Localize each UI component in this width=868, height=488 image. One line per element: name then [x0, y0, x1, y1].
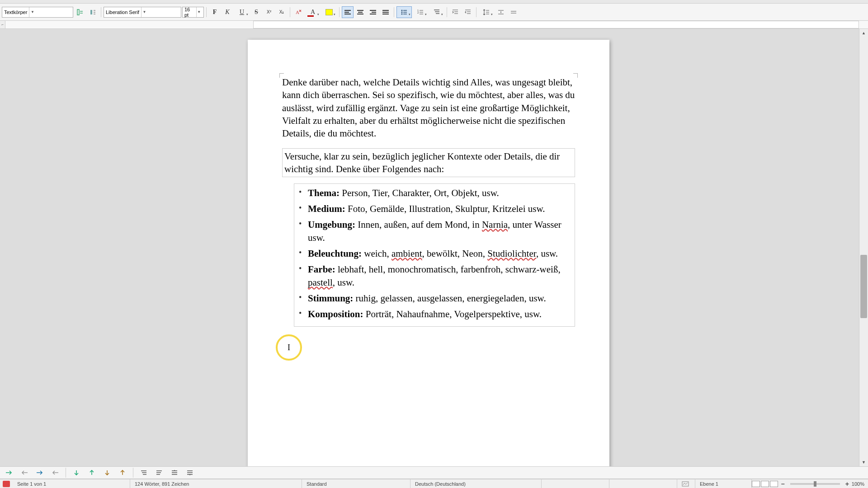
promote-button[interactable]: [137, 468, 150, 478]
numbered-list-button[interactable]: 12: [413, 6, 428, 18]
italic-button[interactable]: K: [222, 6, 233, 18]
font-name-value: Liberation Serif: [106, 9, 139, 15]
nav-up-button[interactable]: [85, 468, 98, 478]
list-item: Medium: Foto, Gemälde, Illustration, Sku…: [299, 202, 571, 216]
list-item: Beleuchtung: weich, ambient, bewölkt, Ne…: [299, 247, 571, 260]
align-justify-button[interactable]: [380, 6, 392, 18]
nav-page-down-button[interactable]: [101, 468, 113, 478]
decrease-indent-button[interactable]: [462, 6, 474, 18]
nav-page-up-button[interactable]: [116, 468, 129, 478]
scroll-down-button[interactable]: ▼: [859, 458, 868, 466]
margin-marker-tr: [573, 73, 578, 78]
increase-spacing-button[interactable]: [495, 6, 507, 18]
align-left-icon: [344, 9, 351, 15]
cursor-caret: I: [288, 343, 290, 352]
list-item: Umgebung: Innen, außen, auf dem Mond, in…: [299, 218, 571, 244]
list-item: Stimmung: ruhig, gelassen, ausgelassen, …: [299, 292, 571, 305]
svg-point-3: [401, 13, 403, 14]
bullet-list-button[interactable]: [396, 6, 412, 18]
line-spacing-button[interactable]: [479, 6, 494, 18]
clear-formatting-button[interactable]: A: [292, 6, 304, 18]
document-page[interactable]: Denke darüber nach, welche Details wicht…: [248, 40, 609, 466]
align-right-button[interactable]: [367, 6, 379, 18]
font-size-combo[interactable]: 16 pt ▼: [182, 7, 204, 18]
nav-forward-button[interactable]: [3, 468, 15, 478]
ruler-scale: [253, 21, 859, 28]
book-view-button[interactable]: [770, 481, 778, 487]
nav-link-back-button[interactable]: [49, 468, 61, 478]
formatting-toolbar: Textkörper ▼ Liberation Serif ▼ 16 pt ▼ …: [0, 4, 868, 21]
decrease-spacing-button[interactable]: [508, 6, 519, 18]
bullet-list[interactable]: Thema: Person, Tier, Charakter, Ort, Obj…: [294, 183, 575, 327]
margin-marker-tl: [279, 73, 284, 78]
view-mode-buttons[interactable]: [752, 481, 778, 487]
page-info-cell[interactable]: Seite 1 von 1: [13, 479, 130, 488]
paragraph-style-value: Textkörper: [4, 9, 27, 15]
svg-point-1: [401, 9, 403, 11]
underline-button[interactable]: U: [234, 6, 250, 18]
font-name-combo[interactable]: Liberation Serif ▼: [104, 7, 181, 18]
text-cursor-highlight: I: [276, 334, 302, 361]
insert-mode-cell[interactable]: [542, 479, 609, 488]
single-page-view-button[interactable]: [752, 481, 760, 487]
align-right-icon: [370, 9, 376, 15]
signature-cell[interactable]: [677, 479, 695, 488]
increase-indent-button[interactable]: [449, 6, 461, 18]
language-cell[interactable]: Deutsch (Deutschland): [410, 479, 542, 488]
svg-point-2: [401, 11, 403, 13]
horizontal-ruler[interactable]: ⌐: [0, 21, 868, 29]
nav-down-button[interactable]: [70, 468, 83, 478]
align-justify-icon: [382, 9, 389, 15]
list-item: Komposition: Porträt, Nahaufnahme, Vogel…: [299, 308, 571, 321]
bold-button[interactable]: F: [209, 6, 221, 18]
scrollbar-thumb[interactable]: [860, 255, 867, 318]
chevron-down-icon: ▼: [29, 7, 35, 17]
list-item: Farbe: lebhaft, hell, monochromatisch, f…: [299, 263, 571, 289]
align-center-icon: [357, 9, 363, 15]
paragraph-style-combo[interactable]: Textkörper ▼: [2, 7, 73, 18]
font-color-button[interactable]: A: [305, 6, 321, 18]
strikethrough-button[interactable]: S: [250, 6, 262, 18]
superscript-button[interactable]: X²: [263, 6, 275, 18]
chevron-down-icon: ▼: [141, 7, 147, 17]
zoom-value[interactable]: 100%: [852, 481, 864, 487]
scroll-up-button[interactable]: ▲: [859, 29, 868, 37]
svg-text:A: A: [296, 9, 299, 15]
svg-text:2: 2: [417, 11, 419, 14]
chevron-down-icon: ▼: [196, 7, 202, 17]
ruler-corner: ⌐: [0, 21, 5, 28]
selection-mode-cell[interactable]: [609, 479, 677, 488]
highlight-swatch: [326, 9, 333, 15]
page-style-cell[interactable]: Standard: [302, 479, 410, 488]
font-size-value: 16 pt: [184, 7, 194, 18]
outline-list-button[interactable]: [429, 6, 444, 18]
zoom-slider[interactable]: [790, 483, 840, 485]
update-style-button[interactable]: [74, 6, 86, 18]
font-color-swatch: [307, 15, 314, 17]
save-status-icon[interactable]: [3, 481, 10, 487]
align-center-button[interactable]: [354, 6, 366, 18]
list-item: Thema: Person, Tier, Charakter, Ort, Obj…: [299, 187, 571, 200]
status-bar: Seite 1 von 1 124 Wörter, 891 Zeichen St…: [0, 479, 868, 488]
zoom-out-button[interactable]: −: [781, 480, 784, 488]
body-paragraph-1[interactable]: Denke darüber nach, welche Details wicht…: [282, 76, 575, 140]
vertical-scrollbar[interactable]: ▲ ▼: [859, 29, 868, 466]
body-paragraph-2[interactable]: Versuche, klar zu sein, bezüglich jeglic…: [282, 148, 575, 178]
highlight-color-button[interactable]: [321, 6, 337, 18]
demote-button[interactable]: [153, 468, 165, 478]
nav-link-forward-button[interactable]: [33, 468, 46, 478]
align-left-button[interactable]: [342, 6, 354, 18]
new-style-button[interactable]: [87, 6, 99, 18]
document-viewport[interactable]: Denke darüber nach, welche Details wicht…: [0, 29, 859, 466]
navigation-toolbar: [0, 466, 868, 479]
zoom-in-button[interactable]: +: [845, 480, 849, 488]
word-count-cell[interactable]: 124 Wörter, 891 Zeichen: [130, 479, 302, 488]
move-up-button[interactable]: [168, 468, 181, 478]
subscript-button[interactable]: X₂: [276, 6, 288, 18]
multi-page-view-button[interactable]: [761, 481, 769, 487]
clipped-main-toolbar: [0, 0, 868, 4]
nav-back-button[interactable]: [18, 468, 31, 478]
zoom-slider-handle[interactable]: [814, 481, 816, 487]
move-down-button[interactable]: [184, 468, 196, 478]
level-cell[interactable]: Ebene 1: [695, 479, 752, 488]
